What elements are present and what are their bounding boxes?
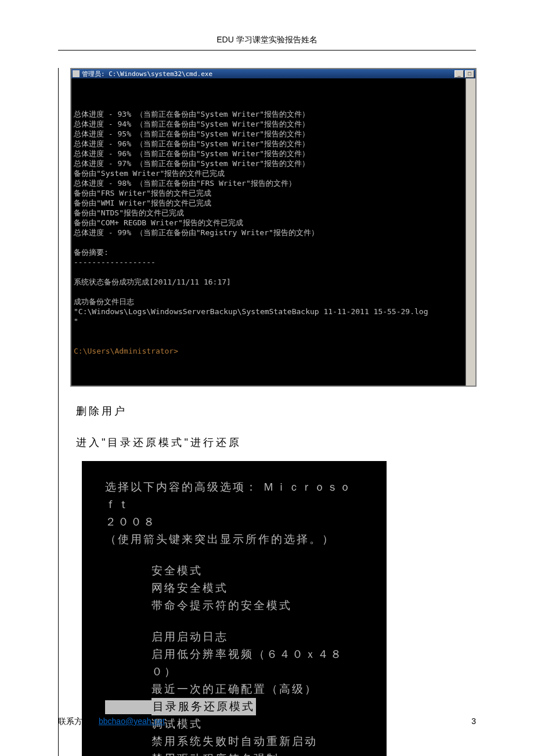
boot-option-safe-mode[interactable]: 安全模式 [151,562,363,579]
main-content: 管理员: C:\Windows\system32\cmd.exe _ □ 总体进… [58,68,476,756]
boot-header: 选择以下内容的高级选项： Ｍｉｃｒｏｓｏｆｔ ２００８ （使用箭头键来突出显示所… [105,478,363,548]
header-divider [58,50,476,51]
cmd-titlebar: 管理员: C:\Windows\system32\cmd.exe _ □ [71,69,475,78]
boot-option-last-known-good[interactable]: 最近一次的正确配置（高级） [151,681,363,698]
cmd-line: 备份由"WMI Writer"报告的文件已完成 [74,199,211,207]
boot-option-disable-driver-sig[interactable]: 禁用驱动程序签名强制 [151,750,363,756]
contact-email-link[interactable]: bbchao@yeah.net [99,717,165,726]
boot-option-boot-log[interactable]: 启用启动日志 [151,628,363,646]
boot-option-low-res[interactable]: 启用低分辨率视频（６４０ｘ４８０） [151,646,363,681]
cmd-icon [73,70,80,77]
maximize-button[interactable]: □ [465,70,474,78]
body-text-2: 进入"目录还原模式"进行还原 [76,435,476,449]
contact-label: 联系方式： [58,717,99,726]
cmd-line: 成功备份文件日志 [74,297,134,306]
cmd-body[interactable]: 总体进度 - 93% （当前正在备份由"System Writer"报告的文件）… [71,78,475,386]
cmd-line: 系统状态备份成功完成[2011/11/11 16:17] [74,278,231,286]
boot-menu: 选择以下内容的高级选项： Ｍｉｃｒｏｓｏｆｔ ２００８ （使用箭头键来突出显示所… [82,461,387,756]
minimize-button[interactable]: _ [454,70,464,78]
cmd-line: 总体进度 - 97% （当前正在备份由"System Writer"报告的文件） [74,159,309,168]
boot-option-safe-mode-cmd[interactable]: 带命令提示符的安全模式 [151,597,363,614]
cmd-line: 总体进度 - 99% （当前正在备份由"Registry Writer"报告的文… [74,228,319,237]
cmd-line: 总体进度 - 94% （当前正在备份由"System Writer"报告的文件） [74,120,309,128]
cmd-line: 备份由"COM+ REGDB Writer"报告的文件已完成 [74,218,243,227]
cmd-title: 管理员: C:\Windows\system32\cmd.exe [82,70,212,78]
boot-group-1: 安全模式 网络安全模式 带命令提示符的安全模式 [105,562,363,614]
cmd-line: " [74,317,78,326]
window-buttons: _ □ [454,70,474,78]
boot-group-2: 启用启动日志 启用低分辨率视频（６４０ｘ４８０） 最近一次的正确配置（高级） 目… [105,628,363,756]
boot-header-line: （使用箭头键来突出显示所作的选择。） [105,531,363,548]
cmd-line: 总体进度 - 96% （当前正在备份由"System Writer"报告的文件） [74,139,309,148]
cmd-line: 备份由"FRS Writer"报告的文件已完成 [74,189,211,197]
cmd-line: 总体进度 - 95% （当前正在备份由"System Writer"报告的文件） [74,129,309,138]
cmd-line: 总体进度 - 96% （当前正在备份由"System Writer"报告的文件） [74,149,309,158]
boot-option-safe-mode-network[interactable]: 网络安全模式 [151,579,363,597]
selection-highlight-prefix [105,700,151,714]
cmd-line: ------------------ [74,258,156,267]
boot-header-line: 选择以下内容的高级选项： Ｍｉｃｒｏｓｏｆｔ [105,478,363,513]
page-footer: 联系方式：bbchao@yeah.net 3 [58,717,476,727]
boot-option-disable-auto-restart[interactable]: 禁用系统失败时自动重新启动 [151,733,363,750]
page-header: EDU 学习课堂实验报告姓名 [0,0,534,51]
scrollbar[interactable] [466,78,475,386]
cmd-window: 管理员: C:\Windows\system32\cmd.exe _ □ 总体进… [70,68,477,387]
boot-option-dsrm-row[interactable]: 目录服务还原模式 [151,698,363,715]
page-number: 3 [471,717,476,727]
cmd-prompt: C:\Users\Administrator> [74,347,178,355]
cmd-line: 备份由"NTDS"报告的文件已完成 [74,208,184,217]
footer-contact: 联系方式：bbchao@yeah.net [58,717,165,727]
cmd-line: "C:\Windows\Logs\WindowsServerBackup\Sys… [74,307,428,316]
boot-option-dsrm: 目录服务还原模式 [151,698,256,715]
header-title: EDU 学习课堂实验报告姓名 [217,35,317,44]
cmd-line: 备份由"System Writer"报告的文件已完成 [74,169,225,178]
cmd-line: 总体进度 - 98% （当前正在备份由"FRS Writer"报告的文件） [74,179,296,188]
body-text-1: 删除用户 [76,404,476,418]
cmd-line: 总体进度 - 93% （当前正在备份由"System Writer"报告的文件） [74,110,309,118]
boot-header-line: ２００８ [105,513,363,531]
cmd-line: 备份摘要: [74,248,109,257]
